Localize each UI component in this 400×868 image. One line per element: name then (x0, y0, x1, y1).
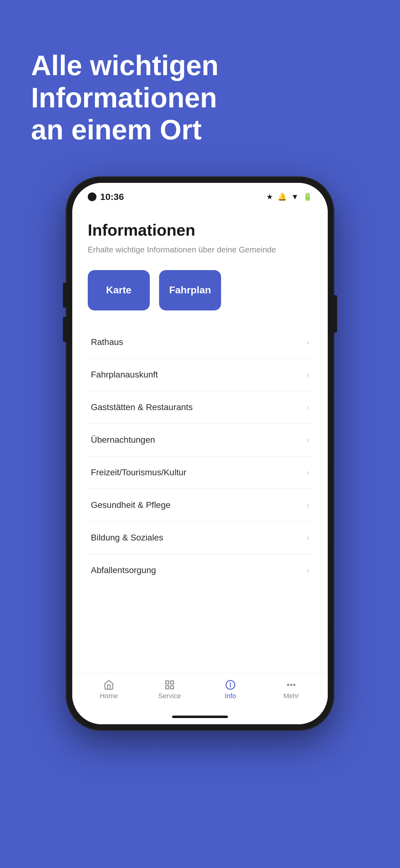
power-button (333, 295, 337, 333)
status-bar: 10:36 ★ 🔔 ▼ 🔋 (72, 183, 328, 205)
karte-label: Karte (106, 284, 131, 296)
svg-rect-3 (171, 685, 174, 688)
app-main: Informationen Erhalte wichtige Informati… (72, 205, 328, 673)
svg-rect-1 (171, 681, 174, 684)
nav-mehr-label: Mehr (284, 692, 299, 700)
status-icons: ★ 🔔 ▼ 🔋 (266, 192, 312, 201)
chevron-right-icon: › (306, 370, 309, 380)
nav-service-label: Service (158, 692, 181, 700)
chevron-right-icon: › (306, 500, 309, 510)
chevron-right-icon: › (306, 435, 309, 445)
camera-dot (88, 192, 96, 201)
svg-point-9 (294, 684, 295, 685)
menu-item-label: Gesundheit & Pflege (91, 500, 171, 510)
app-subtitle: Erhalte wichtige Informationen über dein… (88, 245, 312, 254)
karte-button[interactable]: Karte (88, 270, 150, 310)
fahrplan-button[interactable]: Fahrplan (159, 270, 221, 310)
menu-item-abfall[interactable]: Abfallentsorgung › (88, 554, 312, 586)
nav-item-service[interactable]: Service (151, 680, 188, 700)
phone-screen: 10:36 ★ 🔔 ▼ 🔋 Informationen Erhalte wich… (72, 183, 328, 724)
home-bar (72, 712, 328, 724)
svg-point-8 (291, 684, 292, 685)
home-icon (104, 680, 114, 690)
svg-rect-2 (166, 685, 169, 688)
menu-item-label: Fahrplanauskunft (91, 370, 158, 380)
menu-item-fahrplanauskunft[interactable]: Fahrplanauskunft › (88, 359, 312, 391)
phone-wrapper: 10:36 ★ 🔔 ▼ 🔋 Informationen Erhalte wich… (67, 177, 333, 730)
status-time: 10:36 (100, 191, 124, 202)
vol-down-button (63, 317, 67, 342)
app-title: Informationen (88, 221, 312, 239)
info-icon (225, 680, 236, 690)
status-time-container: 10:36 (88, 191, 124, 202)
svg-point-7 (288, 684, 289, 685)
fahrplan-label: Fahrplan (169, 284, 211, 296)
chevron-right-icon: › (306, 402, 309, 412)
home-indicator (172, 716, 228, 718)
chevron-right-icon: › (306, 337, 309, 347)
menu-item-label: Abfallentsorgung (91, 565, 156, 575)
bell-off-icon: 🔔 (277, 192, 287, 201)
nav-info-label: Info (225, 692, 236, 700)
menu-item-label: Bildung & Soziales (91, 533, 163, 542)
menu-item-label: Rathaus (91, 337, 123, 347)
nav-item-mehr[interactable]: Mehr (272, 680, 310, 700)
nav-home-label: Home (100, 692, 118, 700)
service-grid-icon (164, 680, 175, 690)
vol-up-button (63, 283, 67, 308)
hero-title: Alle wichtigen Informationen an einem Or… (31, 50, 369, 146)
quick-buttons-container: Karte Fahrplan (88, 270, 312, 310)
menu-item-gaststaetten[interactable]: Gaststätten & Restaurants › (88, 391, 312, 424)
nav-item-home[interactable]: Home (90, 680, 128, 700)
menu-item-bildung[interactable]: Bildung & Soziales › (88, 522, 312, 554)
chevron-right-icon: › (306, 565, 309, 575)
menu-list: Rathaus › Fahrplanauskunft › Gaststätten… (88, 326, 312, 586)
bottom-nav: Home Service (72, 673, 328, 712)
menu-item-label: Gaststätten & Restaurants (91, 402, 193, 412)
nav-item-info[interactable]: Info (212, 680, 249, 700)
svg-rect-0 (166, 681, 169, 684)
menu-item-gesundheit[interactable]: Gesundheit & Pflege › (88, 489, 312, 522)
battery-icon: 🔋 (303, 192, 312, 201)
menu-item-label: Freizeit/Tourismus/Kultur (91, 468, 186, 477)
hero-section: Alle wichtigen Informationen an einem Or… (0, 0, 400, 165)
menu-item-label: Übernachtungen (91, 435, 155, 445)
chevron-right-icon: › (306, 533, 309, 542)
chevron-right-icon: › (306, 468, 309, 477)
menu-item-rathaus[interactable]: Rathaus › (88, 326, 312, 359)
menu-item-uebernachtungen[interactable]: Übernachtungen › (88, 424, 312, 456)
bluetooth-icon: ★ (266, 192, 273, 201)
menu-item-freizeit[interactable]: Freizeit/Tourismus/Kultur › (88, 456, 312, 489)
more-icon (286, 680, 296, 690)
wifi-icon: ▼ (291, 192, 299, 201)
app-content: Informationen Erhalte wichtige Informati… (72, 205, 328, 724)
